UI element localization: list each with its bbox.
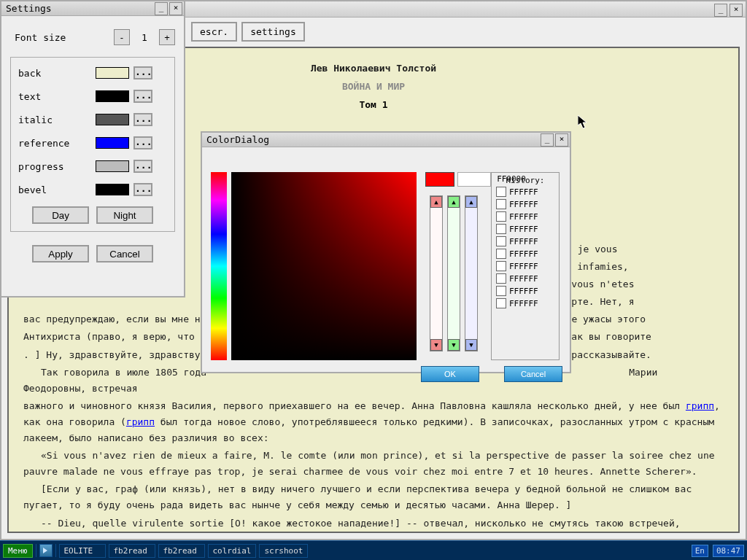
language-indicator[interactable]: En	[692, 545, 708, 557]
toolbar-escr-button[interactable]: escr.	[191, 22, 237, 42]
color-label-italic: italic	[18, 114, 91, 125]
taskbar: Меню EOLITEfb2readfb2readcolrdialscrshoo…	[0, 540, 747, 560]
hue-strip[interactable]	[211, 172, 227, 360]
color-swatch-reference[interactable]	[96, 137, 129, 149]
main-minimize-button[interactable]: _	[714, 4, 727, 17]
settings-minimize-button[interactable]: _	[155, 2, 168, 15]
colordialog-close-button[interactable]: ×	[555, 133, 568, 147]
link-gripp-2[interactable]: грипп	[126, 416, 155, 427]
colordialog-title: ColorDialog	[206, 134, 269, 145]
history-value-5: FFFFFF	[509, 249, 538, 259]
colordialog-cancel-button[interactable]: Cancel	[504, 366, 562, 382]
history-value-4: FFFFFF	[509, 237, 538, 246]
color-dialog: ColorDialog _ × FF0000 ▲▼ ▲▼ ▲▼ History:…	[201, 131, 571, 373]
settings-close-button[interactable]: ×	[169, 2, 182, 15]
history-swatch-2[interactable]	[496, 211, 506, 222]
history-swatch-0[interactable]	[496, 187, 506, 197]
color-swatch-progress[interactable]	[96, 160, 129, 172]
taskbar-app-colrdial-3[interactable]: colrdial	[208, 544, 257, 558]
settings-titlebar[interactable]: Settings _ ×	[1, 1, 184, 16]
settings-title: Settings	[6, 3, 52, 14]
taskbar-app-EOLITE-0[interactable]: EOLITE	[59, 544, 106, 558]
red-slider[interactable]: ▲▼	[430, 195, 443, 351]
history-value-3: FFFFFF	[509, 225, 538, 234]
history-swatch-9[interactable]	[496, 298, 506, 308]
toolbar-settings-button[interactable]: settings	[241, 22, 305, 42]
font-decrease-button[interactable]: -	[114, 29, 130, 45]
color-label-bevel: bevel	[18, 184, 91, 195]
history-swatch-6[interactable]	[496, 261, 506, 271]
color-swatch-text[interactable]	[96, 90, 129, 102]
taskbar-app-fb2read-2[interactable]: fb2read	[158, 544, 205, 558]
history-value-0: FFFFFF	[509, 187, 538, 197]
colordialog-ok-button[interactable]: OK	[421, 366, 479, 382]
history-value-8: FFFFFF	[509, 287, 538, 296]
font-size-label: Font size	[15, 32, 108, 43]
color-swatch-bevel[interactable]	[96, 184, 129, 195]
color-swatch-back[interactable]	[96, 67, 129, 79]
green-slider[interactable]: ▲▼	[447, 195, 460, 351]
color-picker-button-text[interactable]: ...	[133, 90, 152, 103]
red-down-button[interactable]: ▼	[430, 339, 442, 351]
history-value-6: FFFFFF	[509, 262, 538, 271]
current-color-swatch	[425, 172, 454, 187]
blue-down-button[interactable]: ▼	[465, 339, 477, 351]
red-up-button[interactable]: ▲	[430, 196, 442, 208]
color-label-text: text	[18, 91, 91, 102]
color-picker-button-italic[interactable]: ...	[133, 113, 152, 126]
link-gripp-1[interactable]: грипп	[686, 400, 714, 411]
history-value-1: FFFFFF	[509, 200, 538, 209]
history-value-9: FFFFFF	[509, 299, 538, 308]
start-menu-button[interactable]: Меню	[3, 544, 33, 558]
green-up-button[interactable]: ▲	[448, 196, 460, 208]
saturation-value-box[interactable]	[231, 172, 417, 360]
night-button[interactable]: Night	[96, 206, 153, 224]
taskbar-launch-icon[interactable]	[39, 544, 53, 557]
settings-window: Settings _ × Font size - 1 + back ...tex…	[0, 0, 185, 298]
font-size-value: 1	[136, 32, 153, 43]
color-picker-button-progress[interactable]: ...	[133, 160, 152, 173]
blue-slider[interactable]: ▲▼	[465, 195, 478, 351]
history-value-2: FFFFFF	[509, 212, 538, 222]
colordialog-minimize-button[interactable]: _	[541, 133, 554, 147]
history-swatch-3[interactable]	[496, 224, 506, 234]
settings-apply-button[interactable]: Apply	[32, 245, 89, 262]
main-close-button[interactable]: ×	[729, 4, 743, 17]
color-picker-button-back[interactable]: ...	[133, 66, 152, 79]
green-down-button[interactable]: ▼	[448, 339, 460, 351]
taskbar-app-scrshoot-4[interactable]: scrshoot	[259, 544, 308, 558]
history-swatch-7[interactable]	[496, 273, 506, 284]
history-swatch-8[interactable]	[496, 286, 506, 296]
color-label-reference: reference	[18, 138, 91, 149]
color-picker-button-reference[interactable]: ...	[133, 136, 152, 149]
clock: 08:47	[713, 545, 744, 557]
history-swatch-5[interactable]	[496, 249, 506, 259]
font-increase-button[interactable]: +	[159, 29, 175, 45]
blue-up-button[interactable]: ▲	[465, 196, 477, 208]
hex-swatch-bg	[457, 172, 491, 187]
history-swatch-4[interactable]	[496, 236, 506, 246]
color-picker-button-bevel[interactable]: ...	[133, 183, 152, 196]
history-swatch-1[interactable]	[496, 199, 506, 209]
color-label-back: back	[18, 68, 91, 79]
color-label-progress: progress	[18, 161, 91, 172]
history-value-7: FFFFFF	[509, 274, 538, 284]
colordialog-titlebar[interactable]: ColorDialog _ ×	[202, 133, 570, 147]
history-label: History:	[496, 176, 554, 185]
settings-cancel-button[interactable]: Cancel	[96, 245, 153, 262]
taskbar-app-fb2read-1[interactable]: fb2read	[109, 544, 155, 558]
day-button[interactable]: Day	[32, 206, 89, 224]
color-history-box: History: FFFFFFFFFFFFFFFFFFFFFFFFFFFFFFF…	[491, 172, 560, 360]
color-swatch-italic[interactable]	[96, 114, 129, 125]
